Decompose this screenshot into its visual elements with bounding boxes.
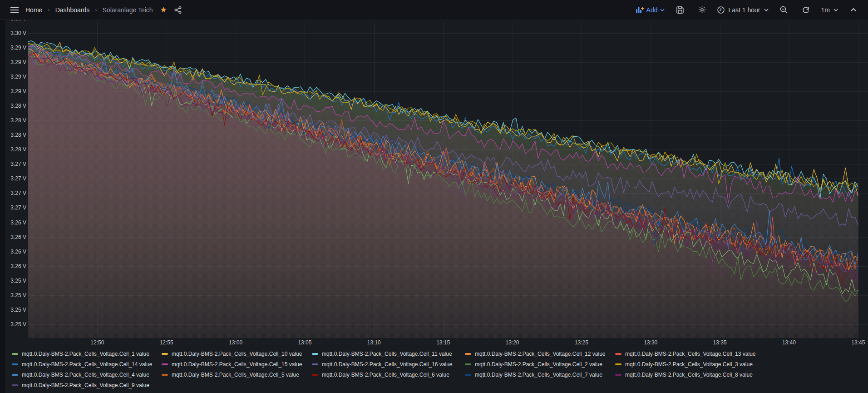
legend-series-label: mqtt.0.Daly-BMS-2.Pack_Cells_Voltage.Cel… xyxy=(172,372,299,378)
top-nav-bar: Home › Dashboards › Solaranlage Teich ★ xyxy=(0,0,868,20)
legend-item[interactable]: mqtt.0.Daly-BMS-2.Pack_Cells_Voltage.Cel… xyxy=(312,349,452,358)
x-axis-tick-label: 13:15 xyxy=(429,339,458,346)
legend-item[interactable]: mqtt.0.Daly-BMS-2.Pack_Cells_Voltage.Cel… xyxy=(312,360,452,369)
breadcrumb: Home › Dashboards › Solaranlage Teich ★ xyxy=(8,4,184,16)
chevron-down-icon xyxy=(833,9,838,11)
y-axis-tick-label: 3.27 V xyxy=(4,161,26,167)
legend-series-label: mqtt.0.Daly-BMS-2.Pack_Cells_Voltage.Cel… xyxy=(22,382,149,388)
caret-up-icon[interactable] xyxy=(847,4,860,16)
x-axis-tick-label: 13:35 xyxy=(705,339,735,346)
chevron-right-icon: › xyxy=(47,6,50,13)
legend-series-color-icon xyxy=(615,363,621,365)
legend-series-label: mqtt.0.Daly-BMS-2.Pack_Cells_Voltage.Cel… xyxy=(625,361,753,368)
legend-item[interactable]: mqtt.0.Daly-BMS-2.Pack_Cells_Voltage.Cel… xyxy=(615,360,753,369)
y-axis-tick-label: 3.27 V xyxy=(4,204,26,211)
legend-item[interactable]: mqtt.0.Daly-BMS-2.Pack_Cells_Voltage.Cel… xyxy=(312,370,449,379)
legend-item[interactable]: mqtt.0.Daly-BMS-2.Pack_Cells_Voltage.Cel… xyxy=(12,349,149,358)
legend-item[interactable]: mqtt.0.Daly-BMS-2.Pack_Cells_Voltage.Cel… xyxy=(12,381,149,390)
legend-series-color-icon xyxy=(12,384,18,386)
y-axis-tick-label: 3.28 V xyxy=(4,103,26,109)
legend-item[interactable]: mqtt.0.Daly-BMS-2.Pack_Cells_Voltage.Cel… xyxy=(12,370,149,379)
time-range-label: Last 1 hour xyxy=(728,6,760,14)
y-axis-tick-label: 3.30 V xyxy=(4,30,26,36)
legend-item[interactable]: mqtt.0.Daly-BMS-2.Pack_Cells_Voltage.Cel… xyxy=(615,349,755,358)
favorite-star-icon[interactable]: ★ xyxy=(160,6,167,14)
x-axis-tick-label: 13:30 xyxy=(636,339,665,346)
legend-series-color-icon xyxy=(12,353,18,355)
y-axis-tick-label: 3.25 V xyxy=(4,278,26,284)
legend-series-label: mqtt.0.Daly-BMS-2.Pack_Cells_Voltage.Cel… xyxy=(475,372,602,378)
legend-series-label: mqtt.0.Daly-BMS-2.Pack_Cells_Voltage.Cel… xyxy=(22,351,149,357)
legend-item[interactable]: mqtt.0.Daly-BMS-2.Pack_Cells_Voltage.Cel… xyxy=(465,370,602,379)
add-panel-icon xyxy=(636,7,644,13)
settings-gear-icon[interactable] xyxy=(695,4,708,16)
legend-series-color-icon xyxy=(312,374,318,376)
legend-series-color-icon xyxy=(615,374,621,376)
legend-series-label: mqtt.0.Daly-BMS-2.Pack_Cells_Voltage.Cel… xyxy=(322,351,452,357)
legend-series-color-icon xyxy=(12,374,18,376)
y-axis-tick-label: 3.25 V xyxy=(4,292,26,298)
timeseries-plot[interactable] xyxy=(28,22,868,338)
legend-item[interactable]: mqtt.0.Daly-BMS-2.Pack_Cells_Voltage.Cel… xyxy=(12,360,152,369)
refresh-interval-dropdown[interactable]: 1m xyxy=(821,6,838,14)
add-label: Add xyxy=(646,6,658,14)
legend-series-color-icon xyxy=(465,363,471,365)
x-axis-tick-label: 13:40 xyxy=(774,339,804,346)
chevron-right-icon: › xyxy=(94,6,98,13)
breadcrumb-dashboard-title: Solaranlage Teich xyxy=(103,6,153,14)
breadcrumb-home[interactable]: Home xyxy=(25,6,42,14)
y-axis-tick-label: 3.28 V xyxy=(4,132,26,138)
refresh-interval-label: 1m xyxy=(821,6,830,14)
y-axis-tick-label: 3.26 V xyxy=(4,249,26,255)
menu-icon[interactable] xyxy=(8,4,21,16)
legend-series-color-icon xyxy=(12,363,18,365)
save-dashboard-icon[interactable] xyxy=(674,4,686,16)
legend-series-color-icon xyxy=(162,353,168,355)
legend-series-label: mqtt.0.Daly-BMS-2.Pack_Cells_Voltage.Cel… xyxy=(172,351,302,357)
y-axis-tick-label: 3.29 V xyxy=(4,88,26,95)
y-axis-tick-label: 3.26 V xyxy=(4,219,26,226)
time-range-picker[interactable]: Last 1 hour xyxy=(717,6,768,14)
dashboard-page: Home › Dashboards › Solaranlage Teich ★ xyxy=(0,0,868,393)
y-axis-tick-label: 3.29 V xyxy=(4,59,26,65)
x-axis-tick-label: 13:25 xyxy=(567,339,596,346)
refresh-icon[interactable] xyxy=(799,4,812,16)
legend-series-label: mqtt.0.Daly-BMS-2.Pack_Cells_Voltage.Cel… xyxy=(22,372,149,378)
legend-series-label: mqtt.0.Daly-BMS-2.Pack_Cells_Voltage.Cel… xyxy=(172,361,302,368)
legend-item[interactable]: mqtt.0.Daly-BMS-2.Pack_Cells_Voltage.Cel… xyxy=(162,349,302,358)
share-icon[interactable] xyxy=(172,4,184,16)
legend-item[interactable]: mqtt.0.Daly-BMS-2.Pack_Cells_Voltage.Cel… xyxy=(465,360,602,369)
legend-series-color-icon xyxy=(312,353,318,355)
legend-series-label: mqtt.0.Daly-BMS-2.Pack_Cells_Voltage.Cel… xyxy=(475,361,602,368)
x-axis-tick-label: 13:00 xyxy=(221,339,250,346)
add-panel-button[interactable]: Add xyxy=(636,6,665,14)
legend-series-label: mqtt.0.Daly-BMS-2.Pack_Cells_Voltage.Cel… xyxy=(22,361,152,368)
legend-series-color-icon xyxy=(162,363,168,365)
legend-item[interactable]: mqtt.0.Daly-BMS-2.Pack_Cells_Voltage.Cel… xyxy=(162,360,302,369)
breadcrumb-dashboards[interactable]: Dashboards xyxy=(55,6,90,14)
chevron-down-icon xyxy=(764,9,769,11)
x-axis-tick-label: 12:55 xyxy=(152,339,181,346)
nav-actions: Add Last 1 hour xyxy=(636,4,860,16)
x-axis-tick-label: 13:10 xyxy=(360,339,389,346)
chevron-down-icon xyxy=(660,9,665,11)
legend-item[interactable]: mqtt.0.Daly-BMS-2.Pack_Cells_Voltage.Cel… xyxy=(615,370,753,379)
clock-icon xyxy=(717,6,725,14)
y-axis-tick-label: 3.26 V xyxy=(4,234,26,240)
legend-series-label: mqtt.0.Daly-BMS-2.Pack_Cells_Voltage.Cel… xyxy=(475,351,605,357)
legend-series-label: mqtt.0.Daly-BMS-2.Pack_Cells_Voltage.Cel… xyxy=(322,372,449,378)
legend-item[interactable]: mqtt.0.Daly-BMS-2.Pack_Cells_Voltage.Cel… xyxy=(465,349,605,358)
y-axis-tick-label: 3.28 V xyxy=(4,117,26,124)
y-axis-tick-label: 3.28 V xyxy=(4,146,26,153)
legend-item[interactable]: mqtt.0.Daly-BMS-2.Pack_Cells_Voltage.Cel… xyxy=(162,370,299,379)
x-axis-tick-label: 13:20 xyxy=(498,339,527,346)
zoom-out-icon[interactable] xyxy=(778,4,790,16)
legend-series-color-icon xyxy=(465,374,471,376)
y-axis-tick-label: 3.25 V xyxy=(4,307,26,313)
y-axis-tick-label: 3.25 V xyxy=(4,321,26,328)
y-axis-tick-label: 3.26 V xyxy=(4,263,26,269)
legend-series-label: mqtt.0.Daly-BMS-2.Pack_Cells_Voltage.Cel… xyxy=(625,351,755,357)
legend-series-color-icon xyxy=(615,353,621,355)
x-axis-tick-label: 13:05 xyxy=(290,339,319,346)
legend-series-color-icon xyxy=(465,353,471,355)
